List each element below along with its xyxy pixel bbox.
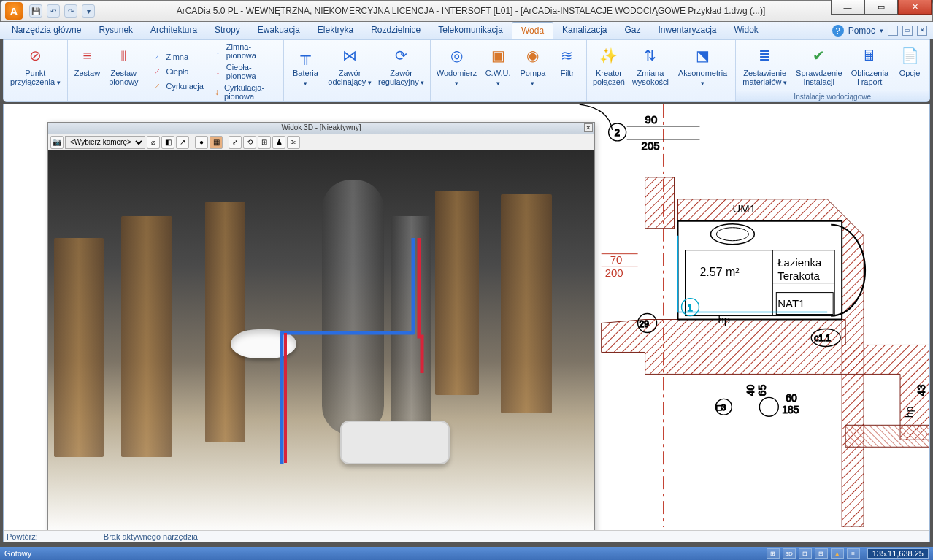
status-btn-4[interactable]: ▲: [831, 548, 844, 559]
status-bar: Gotowy ⊞ 3D ⊡ ⊟ ▲ ≡ 135.11,638.25: [0, 547, 933, 560]
set-icon: ≡: [75, 44, 99, 67]
btn-hot-pipe[interactable]: ⟋Ciepła: [148, 65, 206, 78]
tab-view[interactable]: Widok: [726, 22, 767, 39]
ribbon-group-label: Instalacje wodociągowe: [736, 91, 929, 101]
room-name-text: Łazienka: [778, 256, 822, 269]
viewer-btn-10[interactable]: 3d: [287, 136, 300, 149]
calc-icon: 🖩: [858, 44, 881, 67]
tab-ceilings[interactable]: Stropy: [206, 22, 249, 39]
tab-home[interactable]: Narzędzia główne: [3, 22, 90, 39]
svg-rect-4: [645, 177, 675, 229]
doc-restore-button[interactable]: ▭: [902, 26, 913, 36]
hot-vertical-icon: ↓: [212, 66, 223, 77]
help-icon[interactable]: ?: [832, 25, 844, 37]
btn-connection-wizard[interactable]: ✨Kreator połączeń: [590, 42, 628, 101]
viewer-btn-2[interactable]: ◧: [161, 136, 174, 149]
tab-inventory[interactable]: Inwentaryzacja: [649, 22, 725, 39]
maximize-button[interactable]: ▭: [864, 0, 898, 15]
node-1: 1: [687, 302, 692, 313]
btn-calc[interactable]: 🖩Obliczenia i raport: [848, 42, 892, 91]
viewer-btn-5[interactable]: ▦: [210, 136, 223, 149]
btn-cold-vertical[interactable]: ↓Zimna-pionowa: [210, 42, 280, 61]
btn-set[interactable]: ≡ Zestaw: [71, 42, 104, 101]
close-button[interactable]: ✕: [898, 0, 932, 15]
status-btn-2[interactable]: ⊡: [799, 548, 812, 559]
faucet-icon: ╥: [293, 44, 317, 67]
viewer-camera-select[interactable]: <Wybierz kamerę>: [65, 136, 145, 149]
hot-pipe-icon: ⟋: [151, 66, 163, 77]
ribbon-tabs: Narzędzia główne Rysunek Architektura St…: [0, 22, 933, 39]
btn-connection-point[interactable]: ⊘ Punkt przyłączenia: [7, 42, 64, 101]
tab-drawing[interactable]: Rysunek: [90, 22, 142, 39]
viewer-btn-7[interactable]: ⟲: [243, 136, 256, 149]
btn-shutoff-valve[interactable]: ⋈Zawór odcinający: [326, 42, 375, 101]
room-area-text: 2.57 m²: [699, 266, 740, 278]
cmd-repeat-label: Powtórz:: [7, 532, 38, 541]
viewer-3d-toolbar: 📷 <Wybierz kamerę> ⌀ ◧ ↗ ● ▦ ⤢ ⟲ ⊞ ♟ 3d: [48, 134, 594, 150]
status-btn-1[interactable]: ⊞: [767, 548, 780, 559]
btn-filter[interactable]: ≋Filtr: [551, 42, 583, 101]
viewer-3d-window[interactable]: Widok 3D - [Nieaktywny] ✕ 📷 <Wybierz kam…: [47, 122, 595, 535]
btn-faucet[interactable]: ╥Bateria: [287, 42, 323, 101]
viewer-btn-8[interactable]: ⊞: [258, 136, 271, 149]
minimize-button[interactable]: —: [831, 0, 864, 15]
viewer-btn-3[interactable]: ↗: [176, 136, 189, 149]
hp-label: hp: [718, 313, 730, 326]
workspace[interactable]: 2.57 m² Łazienka Terakota NAT1 UM1 1 2 2…: [3, 104, 930, 542]
tab-gas[interactable]: Gaz: [615, 22, 649, 39]
viewer-3d-close-button[interactable]: ✕: [584, 123, 593, 132]
doc-close-button[interactable]: ✕: [917, 26, 927, 36]
water-meter-icon: ◎: [445, 44, 468, 67]
doc-minimize-button[interactable]: —: [888, 26, 898, 36]
viewer-btn-1[interactable]: ⌀: [147, 136, 160, 149]
command-line[interactable]: Powtórz: Brak aktywnego narzędzia: [4, 530, 929, 542]
dim-70: 70: [610, 253, 623, 266]
viewer-3d-viewport[interactable]: [48, 150, 594, 534]
tab-architecture[interactable]: Architektura: [142, 22, 206, 39]
btn-circ-pipe[interactable]: ⟋Cyrkulacja: [148, 80, 206, 93]
help-label[interactable]: Pomoc: [848, 26, 875, 36]
check-icon: ✔: [807, 44, 831, 67]
status-btn-3[interactable]: ⊟: [815, 548, 828, 559]
viewer-btn-6[interactable]: ⤢: [229, 136, 242, 149]
btn-change-height[interactable]: ⇅Zmiana wysokości: [629, 42, 672, 101]
dim-43: 43: [915, 385, 927, 396]
qa-save-button[interactable]: 💾: [29, 4, 42, 18]
tab-evacuation[interactable]: Ewakuacja: [249, 22, 309, 39]
btn-cold-pipe[interactable]: ⟋Zimna: [148, 50, 206, 64]
btn-pump[interactable]: ◉Pompa: [516, 42, 550, 101]
viewer-camera-icon[interactable]: 📷: [50, 136, 64, 149]
dim-60: 60: [786, 392, 797, 404]
connection-point-icon: ⊘: [23, 44, 47, 67]
btn-bom[interactable]: ≣Zestawienie materiałów: [739, 42, 791, 91]
filter-icon: ≋: [556, 44, 579, 67]
btn-control-valve[interactable]: ⟳Zawór regulacyjny: [375, 42, 426, 101]
status-btn-5[interactable]: ≡: [847, 548, 860, 559]
btn-vertical-set[interactable]: ⦀ Zestaw pionowy: [105, 42, 142, 101]
btn-water-meter[interactable]: ◎Wodomierz: [434, 42, 480, 101]
viewer-3d-title-bar[interactable]: Widok 3D - [Nieaktywny] ✕: [48, 123, 594, 134]
viewer-btn-9[interactable]: ♟: [272, 136, 285, 149]
tab-electrical[interactable]: Elektryka: [309, 22, 362, 39]
tab-sewage[interactable]: Kanalizacja: [553, 22, 615, 39]
tab-telecom[interactable]: Telekomunikacja: [429, 22, 512, 39]
tab-switchboards[interactable]: Rozdzielnice: [362, 22, 429, 39]
dim-185: 185: [782, 404, 799, 415]
btn-circ-vertical[interactable]: ↓Cyrkulacja-pionowa: [210, 83, 280, 101]
svg-point-16: [759, 397, 778, 416]
btn-check[interactable]: ✔Sprawdzenie instalacji: [792, 42, 846, 91]
qa-undo-button[interactable]: ↶: [47, 4, 60, 18]
hp-label-2: hp: [904, 407, 915, 418]
viewer-btn-4[interactable]: ●: [195, 136, 208, 149]
tab-water[interactable]: Woda: [512, 22, 553, 39]
status-btn-3d[interactable]: 3D: [783, 548, 796, 559]
help-dropdown-icon[interactable]: ▾: [880, 27, 883, 34]
btn-options[interactable]: 📄Opcje: [894, 42, 926, 91]
btn-cwu[interactable]: ▣C.W.U.: [481, 42, 515, 101]
qa-redo-button[interactable]: ↷: [64, 4, 77, 18]
cold-vertical-icon: ↓: [212, 45, 223, 57]
dim-205: 205: [642, 139, 660, 152]
btn-axonometry[interactable]: ⬔Aksonometria: [673, 42, 732, 101]
btn-hot-vertical[interactable]: ↓Ciepła-pionowa: [210, 62, 280, 81]
qa-dropdown-button[interactable]: ▾: [82, 4, 95, 18]
